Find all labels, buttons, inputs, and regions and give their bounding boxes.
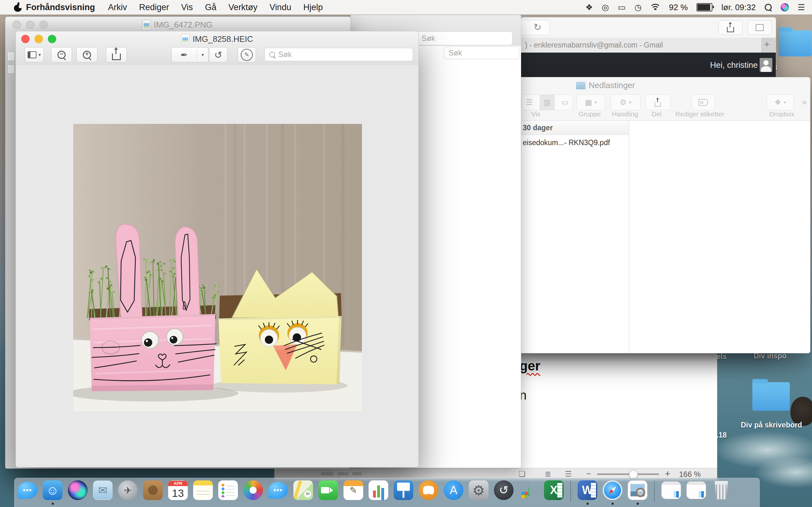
preview-search-field[interactable]: Søk: [264, 48, 413, 61]
finder-share-button[interactable]: [645, 95, 670, 110]
dock-reminders-icon[interactable]: [218, 481, 238, 505]
background-search-field-2[interactable]: Søk: [444, 47, 519, 59]
menu-vindu[interactable]: Vindu: [264, 3, 298, 12]
titlebar-toolbar[interactable]: IMG_8258.HEIC ▾ − + ✒ ▾ ↺: [16, 32, 418, 66]
menu-ga[interactable]: Gå: [199, 3, 222, 12]
dock-siri-icon[interactable]: [68, 481, 88, 505]
background-search-field[interactable]: Søk: [408, 32, 513, 45]
finder-window-title: Nedlastinger: [576, 80, 635, 90]
siri-icon[interactable]: [780, 3, 789, 11]
status-text-fragment: [352, 472, 362, 475]
finder-file-row[interactable]: eisedokum...- RKN3Q9.pdf: [523, 138, 627, 147]
dock-books-icon[interactable]: [419, 481, 438, 505]
share-icon: [655, 102, 661, 107]
thumbnail[interactable]: [7, 64, 15, 74]
menu-clock[interactable]: lør. 09:32: [721, 3, 756, 12]
zoom-in-button[interactable]: +: [665, 468, 670, 479]
zoom-percentage[interactable]: 166 %: [679, 470, 701, 479]
pages-app-icon: ✎: [344, 481, 363, 500]
dock-app-store-icon[interactable]: A: [444, 481, 463, 505]
apple-menu-icon[interactable]: [14, 3, 21, 12]
zoom-in-button[interactable]: +: [77, 47, 97, 62]
menu-vis[interactable]: Vis: [175, 3, 199, 12]
list-view-icon[interactable]: ☰: [522, 95, 537, 110]
finder-view-mode-buttons[interactable]: ☰ ▥ ▭: [521, 95, 573, 110]
zoom-slider-thumb[interactable]: [629, 470, 638, 479]
gallery-view-icon[interactable]: ▭: [557, 95, 572, 110]
finder-action-button[interactable]: ⚙▾: [611, 95, 641, 110]
thumbnail[interactable]: [7, 52, 15, 61]
read-mode-view-icon[interactable]: ❏: [519, 469, 525, 478]
dock-safari-icon[interactable]: [603, 481, 622, 505]
zoom-slider-track[interactable]: [597, 473, 659, 475]
desktop-folder-div-pa-skrivebord[interactable]: [752, 382, 790, 411]
chevron-down-icon: ▾: [595, 100, 597, 105]
reload-icon[interactable]: ↻: [534, 21, 542, 33]
rotate-left-button[interactable]: ↺: [209, 47, 227, 62]
dock-microsoft-autoupdate-icon[interactable]: ↓: [519, 481, 539, 505]
dock-photos-icon[interactable]: [243, 481, 263, 505]
time-machine-status-icon[interactable]: ◷: [635, 3, 642, 12]
titlebar[interactable]: IMG_6472.PNG: [5, 17, 351, 32]
menu-verktoy[interactable]: Verktøy: [222, 3, 264, 12]
sidebar-toggle-button[interactable]: ▾: [25, 47, 44, 62]
desktop-folder-top-right[interactable]: [779, 31, 812, 56]
zoom-button[interactable]: [39, 20, 48, 29]
dock-mail-icon[interactable]: ✉: [93, 481, 113, 505]
dock-launchpad-icon[interactable]: ✈: [118, 481, 138, 505]
menu-arkiv[interactable]: Arkiv: [102, 3, 133, 12]
dock-contacts-icon[interactable]: [143, 481, 163, 505]
notes-app-icon: [193, 481, 213, 500]
toolbar-overflow-chevrons[interactable]: »: [802, 97, 807, 107]
menu-app-name[interactable]: Forhåndsvisning: [21, 3, 102, 12]
dock-messages-icon[interactable]: •••: [268, 481, 288, 505]
notification-center-icon[interactable]: ☰: [798, 3, 805, 12]
safari-tab[interactable]: ) - enkleresmabarnsliv@gmail.com - Gmail: [521, 38, 762, 53]
share-button[interactable]: [106, 47, 127, 62]
display-status-icon[interactable]: ▭: [618, 3, 626, 12]
dock-notes-icon[interactable]: [193, 481, 213, 505]
desktop-label-div-pa-skrivebord[interactable]: Div på skrivebord: [737, 421, 806, 429]
column-view-icon[interactable]: ▥: [540, 95, 555, 110]
dock-trash-icon[interactable]: [711, 481, 731, 505]
sync-status-icon[interactable]: ◎: [602, 3, 609, 12]
dropbox-status-icon[interactable]: ❖: [586, 3, 593, 12]
sidebar-icon: [28, 51, 37, 58]
safari-share-button[interactable]: [718, 20, 743, 35]
spotlight-icon[interactable]: [765, 4, 772, 11]
dock-minimized-window-1-icon[interactable]: [661, 481, 681, 505]
finder-dropbox-button[interactable]: ❖▾: [767, 95, 794, 110]
gmail-avatar[interactable]: [760, 58, 772, 72]
dock-excel-icon[interactable]: X: [544, 481, 564, 505]
dock-preview-icon[interactable]: [628, 481, 647, 505]
finder-tags-button[interactable]: [692, 95, 715, 110]
finder-group-button[interactable]: ▦▾: [577, 95, 605, 110]
dock-calendar-icon[interactable]: APR13: [168, 481, 188, 505]
close-button[interactable]: [13, 20, 21, 29]
dock-system-preferences-icon[interactable]: ⚙: [469, 481, 489, 505]
dock-facetime-icon[interactable]: [318, 481, 338, 505]
safari-tabs-button[interactable]: [748, 20, 772, 35]
markup-pen-button[interactable]: ✒ ▾: [171, 47, 209, 62]
address-field-edge[interactable]: ↻: [517, 20, 550, 35]
dock-numbers-icon[interactable]: [368, 481, 388, 505]
new-tab-button[interactable]: +: [764, 39, 770, 50]
dock-maps-icon[interactable]: [293, 481, 313, 505]
zoom-out-button[interactable]: −: [51, 47, 72, 62]
dock-minimized-window-2-icon[interactable]: [687, 481, 706, 505]
dock-pages-icon[interactable]: ✎: [344, 481, 363, 505]
dock-time-machine-icon[interactable]: ↺: [494, 481, 513, 505]
dock-messages-phone-icon[interactable]: •••: [18, 481, 38, 505]
dock-keynote-icon[interactable]: [394, 481, 413, 505]
zoom-out-button[interactable]: −: [586, 469, 591, 479]
dock-word-icon[interactable]: W: [577, 481, 597, 505]
show-markup-toolbar-button[interactable]: ✎: [238, 47, 256, 62]
menu-hjelp[interactable]: Hjelp: [297, 3, 329, 12]
wifi-icon[interactable]: [651, 4, 660, 11]
battery-icon[interactable]: [697, 3, 712, 11]
print-layout-view-icon[interactable]: ≣: [545, 469, 551, 478]
web-layout-view-icon[interactable]: ☰: [565, 469, 572, 478]
dock-finder-icon[interactable]: ☺: [43, 481, 62, 505]
minimize-button[interactable]: [26, 20, 34, 29]
menu-rediger[interactable]: Rediger: [133, 3, 175, 12]
